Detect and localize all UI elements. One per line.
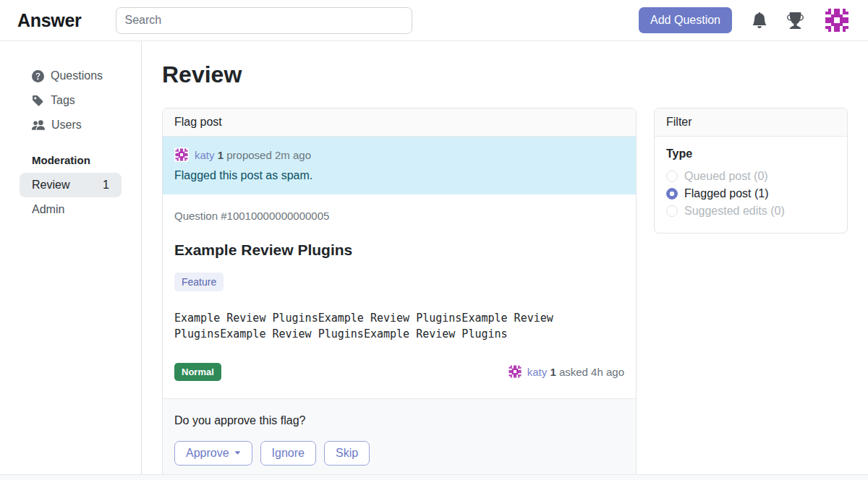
asker-username-link[interactable]: katy — [527, 366, 548, 378]
sidebar-item-users[interactable]: Users — [20, 113, 122, 137]
asked-action-text: asked — [559, 366, 588, 378]
search-input[interactable] — [116, 7, 412, 34]
asker-reputation: 1 — [550, 366, 556, 378]
status-badge: Normal — [174, 363, 221, 381]
sidebar-item-label: Tags — [51, 94, 75, 107]
top-navbar: Answer Add Question — [0, 0, 868, 41]
sidebar-item-label: Questions — [51, 69, 103, 82]
approve-button[interactable]: Approve — [174, 441, 252, 466]
filter-type-label: Type — [666, 147, 835, 160]
flag-action-text: proposed — [226, 149, 272, 161]
sidebar-item-label: Users — [51, 119, 82, 132]
filter-card-header: Filter — [655, 108, 847, 137]
radio-checked-icon[interactable] — [666, 188, 678, 200]
asker-info: katy 1 asked 4h ago — [508, 364, 624, 379]
approve-prompt: Do you approve this flag? — [174, 414, 624, 427]
flag-card-header: Flag post — [163, 108, 636, 137]
sidebar: Questions Tags Users Moderation Review 1… — [0, 41, 142, 474]
bell-icon[interactable] — [752, 12, 767, 28]
sidebar-item-review[interactable]: Review 1 — [20, 173, 122, 197]
sidebar-item-tags[interactable]: Tags — [20, 88, 122, 113]
sidebar-item-questions[interactable]: Questions — [20, 64, 122, 88]
flagger-avatar[interactable] — [174, 147, 189, 162]
sidebar-item-label: Review — [32, 179, 69, 192]
filter-option-suggested-edits[interactable]: Suggested edits (0) — [666, 202, 835, 220]
caret-down-icon — [234, 450, 241, 456]
question-title: Example Review Plugins — [174, 241, 624, 259]
approve-button-label: Approve — [186, 447, 229, 460]
flag-card-footer: Do you approve this flag? Approve Ignore… — [163, 398, 636, 480]
app-logo[interactable]: Answer — [17, 10, 82, 31]
question-body-text: Example Review PluginsExample Review Plu… — [174, 311, 624, 343]
ignore-button[interactable]: Ignore — [260, 441, 316, 466]
review-count-badge: 1 — [103, 179, 109, 192]
main-content: Review Flag post katy 1 proposed 2m ago — [142, 41, 868, 474]
filter-option-label: Suggested edits (0) — [684, 205, 785, 218]
add-question-button[interactable]: Add Question — [639, 7, 732, 33]
sidebar-section-moderation: Moderation — [32, 154, 122, 166]
radio-unchecked-icon[interactable] — [666, 205, 678, 217]
tag-icon — [32, 95, 44, 107]
sidebar-item-admin[interactable]: Admin — [20, 197, 122, 222]
filter-card: Filter Type Queued post (0) Flagged post… — [654, 108, 848, 233]
filter-option-label: Queued post (0) — [684, 170, 768, 183]
flag-timestamp: 2m ago — [275, 149, 311, 161]
question-circle-icon — [32, 70, 44, 82]
tag-feature[interactable]: Feature — [174, 273, 224, 291]
filter-option-label: Flagged post (1) — [684, 187, 769, 200]
avatar[interactable] — [823, 7, 851, 34]
trophy-icon[interactable] — [787, 12, 804, 29]
filter-option-queued-post[interactable]: Queued post (0) — [666, 168, 835, 185]
skip-button[interactable]: Skip — [324, 441, 370, 466]
flag-reason-message: Flagged this post as spam. — [174, 169, 624, 182]
flagger-reputation: 1 — [218, 149, 224, 161]
page-footer — [0, 474, 868, 480]
flag-post-card: Flag post katy 1 proposed 2m ago Flagged… — [162, 108, 637, 480]
people-icon — [32, 119, 45, 132]
radio-unchecked-icon[interactable] — [666, 171, 678, 182]
flag-card-body: Question #10010000000000005 Example Revi… — [163, 194, 636, 398]
filter-option-flagged-post[interactable]: Flagged post (1) — [666, 185, 835, 202]
flag-alert: katy 1 proposed 2m ago Flagged this post… — [163, 137, 636, 194]
question-id: Question #10010000000000005 — [174, 210, 624, 222]
flagger-username-link[interactable]: katy — [195, 149, 215, 161]
asker-avatar[interactable] — [508, 364, 522, 379]
sidebar-item-label: Admin — [32, 203, 64, 216]
asked-timestamp: 4h ago — [591, 366, 624, 378]
page-title: Review — [162, 61, 848, 88]
